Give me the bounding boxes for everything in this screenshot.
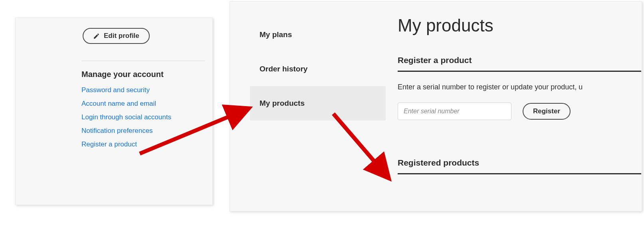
link-account-name-email[interactable]: Account name and email — [81, 100, 156, 107]
section-rule — [398, 71, 641, 72]
registered-products-heading: Registered products — [398, 158, 642, 168]
registered-products-section: Registered products — [398, 158, 642, 174]
divider — [81, 61, 205, 61]
products-panel: My plans Order history My products My pr… — [230, 1, 642, 211]
sidebar-item-label: My products — [260, 99, 305, 107]
sidebar-item-my-plans[interactable]: My plans — [250, 18, 386, 52]
sidebar-item-label: Order history — [260, 65, 307, 73]
register-button[interactable]: Register — [523, 103, 571, 120]
register-description: Enter a serial number to register or upd… — [398, 83, 642, 91]
sidebar: My plans Order history My products — [250, 18, 386, 120]
pencil-icon — [93, 33, 100, 39]
edit-profile-button[interactable]: Edit profile — [83, 28, 150, 44]
serial-number-input[interactable] — [398, 103, 511, 120]
register-product-heading: Register a product — [398, 55, 642, 65]
sidebar-item-order-history[interactable]: Order history — [250, 52, 386, 86]
account-links-list: Password and security Account name and e… — [81, 86, 204, 148]
page-title: My products — [398, 16, 642, 36]
link-social-login[interactable]: Login through social accounts — [81, 113, 171, 121]
section-rule — [398, 173, 641, 174]
register-input-row: Register — [398, 103, 642, 120]
sidebar-item-my-products[interactable]: My products — [250, 86, 386, 120]
edit-profile-label: Edit profile — [104, 32, 139, 40]
link-register-product[interactable]: Register a product — [81, 140, 137, 148]
main-content: My products Register a product Enter a s… — [398, 16, 642, 211]
sidebar-item-label: My plans — [260, 30, 292, 39]
account-panel: Edit profile Manage your account Passwor… — [15, 18, 213, 205]
link-password-security[interactable]: Password and security — [81, 86, 150, 94]
manage-account-heading: Manage your account — [81, 70, 204, 79]
link-notification-prefs[interactable]: Notification preferences — [81, 127, 153, 134]
